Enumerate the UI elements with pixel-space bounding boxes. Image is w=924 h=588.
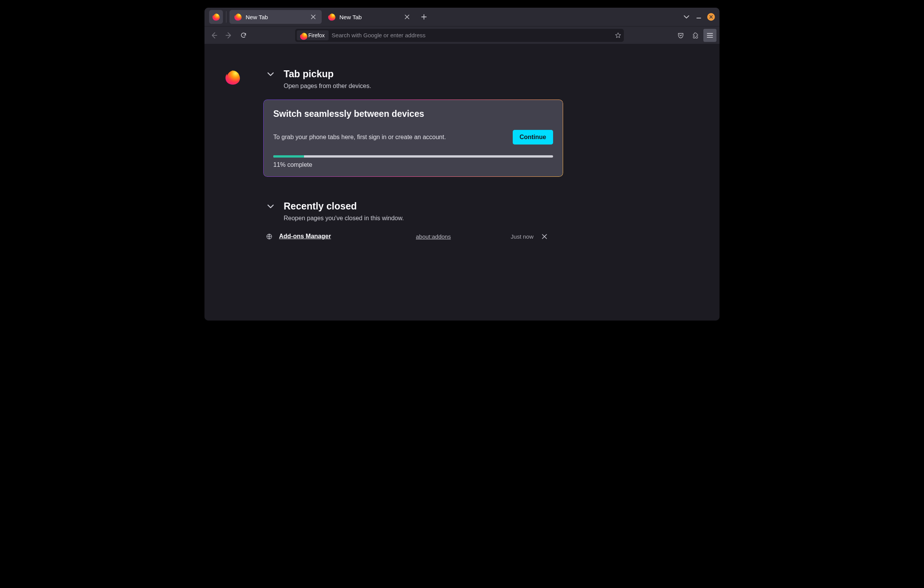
globe-icon xyxy=(265,233,273,240)
save-to-pocket-button[interactable] xyxy=(674,29,687,42)
recent-item[interactable]: Add-ons Manager about:addons Just now xyxy=(265,229,561,244)
url-placeholder: Search with Google or enter address xyxy=(330,32,613,38)
firefox-icon xyxy=(300,32,306,38)
bookmark-star-icon[interactable] xyxy=(615,32,622,39)
setup-progress-text: 11% complete xyxy=(273,161,553,168)
collapse-recent-button[interactable] xyxy=(265,201,276,212)
tab-bar: New Tab New Tab xyxy=(204,8,720,26)
firefox-icon xyxy=(212,13,220,21)
tab-pickup-title: Tab pickup xyxy=(284,68,334,80)
tab-1[interactable]: New Tab xyxy=(229,10,322,24)
navigation-toolbar: Firefox Search with Google or enter addr… xyxy=(204,26,720,44)
firefox-icon xyxy=(328,13,336,21)
back-button[interactable] xyxy=(208,29,221,42)
tab-2[interactable]: New Tab xyxy=(323,10,415,24)
list-all-tabs-button[interactable] xyxy=(681,12,692,22)
close-window-button[interactable] xyxy=(706,12,716,22)
dismiss-recent-button[interactable] xyxy=(540,232,549,241)
setup-progress-fill xyxy=(273,155,304,158)
recently-closed-title: Recently closed xyxy=(284,201,357,212)
new-tab-button[interactable] xyxy=(419,12,429,22)
collapse-pickup-button[interactable] xyxy=(265,69,276,80)
tab-pickup-subtitle: Open pages from other devices. xyxy=(284,83,704,90)
recent-item-time: Just now xyxy=(499,233,533,240)
sync-card-description: To grab your phone tabs here, first sign… xyxy=(273,134,505,141)
tab-title: New Tab xyxy=(339,14,398,20)
identity-label: Firefox xyxy=(308,32,325,38)
extensions-button[interactable] xyxy=(689,29,702,42)
url-bar[interactable]: Firefox Search with Google or enter addr… xyxy=(295,29,624,42)
recently-closed-subtitle: Reopen pages you've closed in this windo… xyxy=(284,215,704,222)
close-tab-button[interactable] xyxy=(308,12,319,22)
firefox-view-button[interactable] xyxy=(209,10,223,24)
firefox-logo xyxy=(225,70,240,86)
close-tab-button[interactable] xyxy=(402,12,412,22)
minimize-button[interactable] xyxy=(693,12,704,22)
firefox-icon xyxy=(234,13,242,21)
sync-setup-card: Switch seamlessly between devices To gra… xyxy=(263,100,563,177)
identity-box[interactable]: Firefox xyxy=(297,30,329,40)
browser-window: New Tab New Tab xyxy=(204,8,720,321)
close-circle-icon xyxy=(707,13,715,21)
recent-item-name: Add-ons Manager xyxy=(279,233,410,240)
tab-title: New Tab xyxy=(246,14,304,20)
forward-button[interactable] xyxy=(222,29,235,42)
firefox-view-content: Tab pickup Open pages from other devices… xyxy=(204,44,720,321)
reload-button[interactable] xyxy=(237,29,250,42)
sync-card-title: Switch seamlessly between devices xyxy=(273,109,553,119)
separator xyxy=(226,11,226,23)
firefox-icon xyxy=(225,70,240,85)
setup-progress-bar xyxy=(273,155,553,158)
application-menu-button[interactable] xyxy=(703,29,716,42)
recent-item-url: about:addons xyxy=(416,233,493,240)
continue-button[interactable]: Continue xyxy=(513,130,553,145)
